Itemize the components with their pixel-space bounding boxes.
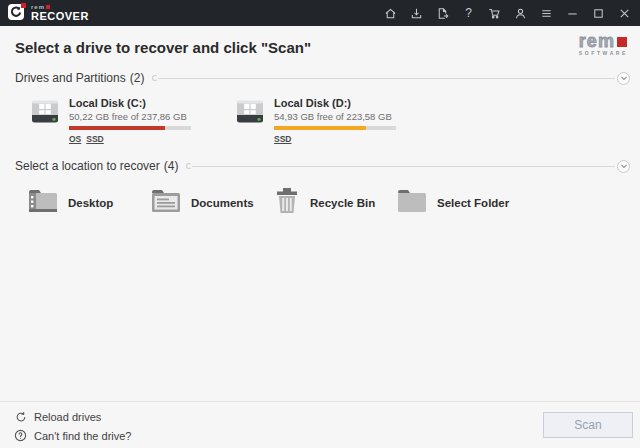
collapse-locations-chevron-icon[interactable]	[617, 160, 630, 173]
reload-drives-link[interactable]: Reload drives	[14, 407, 132, 426]
drive-tag-ssd: SSD	[86, 134, 103, 144]
remo-logo-icon	[8, 4, 26, 22]
location-item-select-folder[interactable]: Select Folder	[397, 187, 520, 219]
section-drives-header: Drives and Partitions (2)	[0, 71, 640, 85]
hard-drive-icon	[30, 97, 60, 144]
account-icon[interactable]	[513, 6, 528, 21]
app-logo: rem RECOVER	[8, 4, 89, 22]
documents-folder-icon	[151, 188, 181, 219]
drive-name: Local Disk (C:)	[69, 97, 194, 109]
location-item-desktop[interactable]: Desktop	[28, 187, 151, 219]
locations-list: Desktop Documents Recy	[0, 187, 640, 219]
scan-button[interactable]: Scan	[543, 412, 633, 438]
section-locations-count: (4)	[164, 159, 179, 173]
location-label: Select Folder	[437, 197, 509, 209]
drive-tag-os: OS	[69, 134, 81, 144]
location-label: Recycle Bin	[310, 197, 375, 209]
red-square-o	[46, 5, 50, 9]
help-icon[interactable]: ?	[461, 6, 476, 21]
logo-red-dot	[21, 3, 26, 8]
drive-item-c[interactable]: Local Disk (C:) 50,22 GB free of 237,86 …	[30, 97, 235, 144]
home-icon[interactable]	[383, 6, 398, 21]
drives-list: Local Disk (C:) 50,22 GB free of 237,86 …	[0, 97, 640, 144]
drive-usage-bar	[69, 126, 191, 130]
drive-tag-ssd: SSD	[274, 134, 291, 144]
location-item-recycle-bin[interactable]: Recycle Bin	[274, 187, 397, 219]
question-circle-icon	[14, 429, 27, 442]
select-folder-icon	[397, 188, 427, 219]
drive-details: 50,22 GB free of 237,86 GB	[69, 111, 194, 122]
install-icon[interactable]	[409, 6, 424, 21]
drive-item-d[interactable]: Local Disk (D:) 54,93 GB free of 223,58 …	[235, 97, 440, 144]
section-drives-count: (2)	[130, 71, 145, 85]
brand-red-square	[617, 37, 627, 47]
cart-icon[interactable]	[487, 6, 502, 21]
reload-icon	[14, 410, 27, 423]
file-export-icon[interactable]	[435, 6, 450, 21]
location-label: Documents	[191, 197, 254, 209]
hard-drive-icon	[235, 97, 265, 144]
menu-icon[interactable]	[539, 6, 554, 21]
section-locations-title: Select a location to recover	[15, 159, 160, 173]
brand-subtitle: SOFTWARE	[579, 51, 628, 56]
location-item-documents[interactable]: Documents	[151, 187, 274, 219]
recycle-bin-icon	[274, 187, 300, 219]
reload-drives-label: Reload drives	[34, 411, 101, 423]
titlebar: rem RECOVER ?	[0, 0, 640, 26]
section-drives-title: Drives and Partitions	[15, 71, 126, 85]
drive-name: Local Disk (D:)	[274, 97, 399, 109]
cant-find-drive-link[interactable]: Can't find the drive?	[14, 426, 132, 445]
divider	[186, 163, 615, 169]
brand-product: RECOVER	[31, 11, 89, 22]
close-button[interactable]	[617, 6, 632, 21]
remo-software-logo: rem SOFTWARE	[579, 34, 628, 56]
divider	[152, 75, 615, 81]
cant-find-drive-label: Can't find the drive?	[34, 430, 132, 442]
header: Select a drive to recover and click "Sca…	[0, 26, 640, 56]
location-label: Desktop	[68, 197, 113, 209]
maximize-button[interactable]	[591, 6, 606, 21]
minimize-button[interactable]	[565, 6, 580, 21]
drive-details: 54,93 GB free of 223,58 GB	[274, 111, 399, 122]
desktop-folder-icon	[28, 188, 58, 219]
footer: Reload drives Can't find the drive? Scan	[0, 401, 640, 448]
section-locations-header: Select a location to recover (4)	[0, 159, 640, 173]
brand-wordmark: rem	[579, 34, 615, 48]
page-title: Select a drive to recover and click "Sca…	[15, 39, 625, 56]
collapse-drives-chevron-icon[interactable]	[617, 72, 630, 85]
drive-usage-bar	[274, 126, 396, 130]
